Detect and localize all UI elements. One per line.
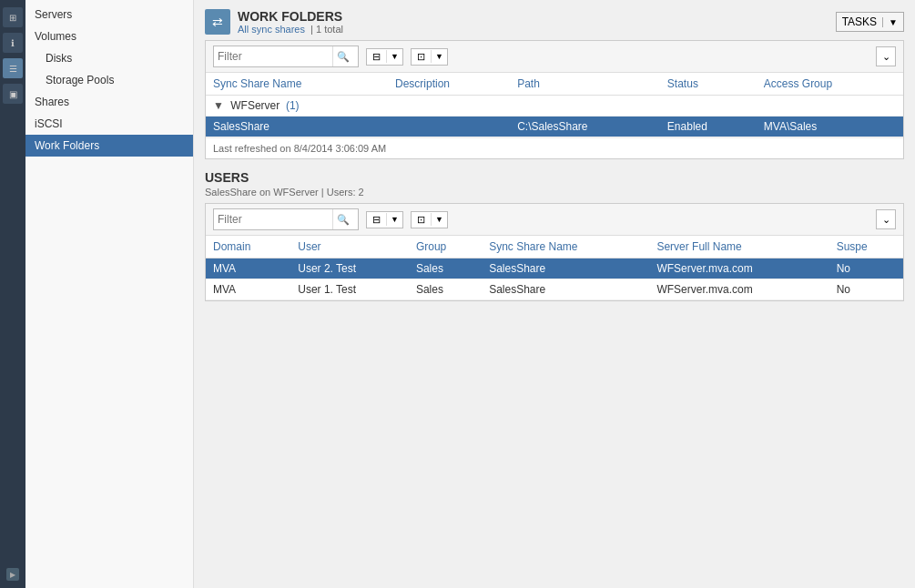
search-icon[interactable]: 🔍 [332,46,352,66]
view-group-btn[interactable]: ⊟ ▼ [366,48,403,66]
section-title: WORK FOLDERS [238,9,343,24]
cell-sync-share-name: SalesShare [482,259,649,279]
users-section-title: USERS [205,170,904,185]
sidebar-item-work-folders[interactable]: Work Folders [25,135,193,157]
users-action-dropdown-arrow[interactable]: ▼ [431,213,447,226]
refresh-bar: Last refreshed on 8/4/2014 3:06:09 AM [206,137,903,158]
col-access-group[interactable]: Access Group [757,73,903,96]
cell-path: C:\SalesShare [510,117,660,137]
tasks-label: TASKS [842,15,882,28]
cell-group: Sales [409,259,482,279]
cell-user: User 2. Test [290,259,409,279]
filter-box[interactable]: 🔍 [213,46,359,67]
work-folders-section: ⇄ WORK FOLDERS All sync shares | 1 total… [194,0,915,312]
col-user[interactable]: User [290,236,409,259]
cell-domain: MVA [206,279,290,300]
expand-icon-bar-btn[interactable]: ▶ [6,568,19,581]
list-view-icon: ⊟ [367,49,386,65]
cell-access-group: MVA\Sales [757,117,903,137]
users-view-group-btn[interactable]: ⊟ ▼ [366,211,403,228]
sidebar-item-storage-pools[interactable]: Storage Pools [25,69,193,91]
action-dropdown-arrow[interactable]: ▼ [431,50,447,63]
users-list-view-icon: ⊟ [367,212,386,228]
cell-suspended: No [829,259,903,279]
cell-server-full-name: WFServer.mva.com [649,259,829,279]
cell-group: Sales [409,279,482,300]
group-count: (1) [286,99,300,112]
cell-user: User 1. Test [290,279,409,300]
title-area: ⇄ WORK FOLDERS All sync shares | 1 total [205,9,343,35]
group-arrow-icon: ▼ [213,99,224,112]
table-row[interactable]: SalesShare C:\SalesShare Enabled MVA\Sal… [206,117,903,137]
work-folders-table: Sync Share Name Description Path Status … [206,73,903,137]
group-row[interactable]: ▼ WFServer (1) [206,96,903,117]
cell-domain: MVA [206,259,290,279]
cell-status: Enabled [660,117,757,137]
sidebar-item-servers[interactable]: Servers [25,4,193,25]
icon-bar: ⊞ ℹ ☰ ▣ ▶ [0,0,25,588]
cell-server-full-name: WFServer.mva.com [649,279,829,300]
section-subtitle: All sync shares | 1 total [238,24,343,35]
action-icon: ⊡ [412,49,431,65]
tasks-button[interactable]: TASKS ▼ [836,12,904,32]
users-toolbar: 🔍 ⊟ ▼ ⊡ ▼ ⌄ [206,204,903,236]
icon-bar-grid[interactable]: ⊞ [3,7,23,27]
cell-sync-share-name: SalesShare [206,117,388,137]
collapse-panel-btn[interactable]: ⌄ [876,46,896,66]
sidebar-item-shares[interactable]: Shares [25,91,193,113]
cell-description [388,117,510,137]
users-filter-box[interactable]: 🔍 [213,208,359,230]
users-panel: 🔍 ⊟ ▼ ⊡ ▼ ⌄ Domain User Gr [205,203,904,301]
filter-input[interactable] [214,48,332,65]
col-server-full-name[interactable]: Server Full Name [649,236,829,259]
icon-bar-view[interactable]: ▣ [3,84,23,104]
sidebar-item-disks[interactable]: Disks [25,47,193,69]
sidebar-item-iscsi[interactable]: iSCSI [25,113,193,135]
collapse-users-panel-btn[interactable]: ⌄ [876,209,896,229]
col-group[interactable]: Group [409,236,482,259]
col-description[interactable]: Description [388,73,510,96]
work-folders-toolbar: 🔍 ⊟ ▼ ⊡ ▼ ⌄ [206,41,903,73]
col-domain[interactable]: Domain [206,236,290,259]
sidebar-item-volumes[interactable]: Volumes [25,25,193,47]
tasks-dropdown-arrow: ▼ [882,17,898,27]
col-path[interactable]: Path [510,73,660,96]
view-dropdown-arrow[interactable]: ▼ [386,50,402,63]
users-view-dropdown-arrow[interactable]: ▼ [386,213,402,226]
col-user-sync-share-name[interactable]: Sync Share Name [482,236,649,259]
action-group-btn[interactable]: ⊡ ▼ [411,48,448,66]
col-status[interactable]: Status [660,73,757,96]
cell-suspended: No [829,279,903,300]
work-folders-panel: 🔍 ⊟ ▼ ⊡ ▼ ⌄ Sync Share Name Descriptio [205,40,904,159]
users-filter-input[interactable] [214,211,332,228]
section-header: ⇄ WORK FOLDERS All sync shares | 1 total… [205,0,904,40]
all-sync-shares-link[interactable]: All sync shares [238,24,305,35]
icon-bar-storage[interactable]: ☰ [3,58,23,78]
users-action-group-btn[interactable]: ⊡ ▼ [411,211,448,228]
cell-sync-share-name: SalesShare [482,279,649,300]
sidebar: Servers Volumes Disks Storage Pools Shar… [25,0,194,588]
icon-bar-info[interactable]: ℹ [3,33,23,53]
users-section-subtitle: SalesShare on WFServer | Users: 2 [205,187,904,198]
group-name: WFServer [230,99,280,112]
table-row[interactable]: MVA User 1. Test Sales SalesShare WFServ… [206,279,903,300]
table-row[interactable]: MVA User 2. Test Sales SalesShare WFServ… [206,259,903,279]
users-search-icon[interactable]: 🔍 [332,209,352,229]
work-folders-icon: ⇄ [205,9,230,35]
users-action-icon: ⊡ [412,212,431,228]
col-sync-share-name[interactable]: Sync Share Name [206,73,388,96]
col-suspended[interactable]: Suspe [829,236,903,259]
main-content: ⇄ WORK FOLDERS All sync shares | 1 total… [194,0,915,588]
users-table: Domain User Group Sync Share Name Server… [206,236,903,300]
